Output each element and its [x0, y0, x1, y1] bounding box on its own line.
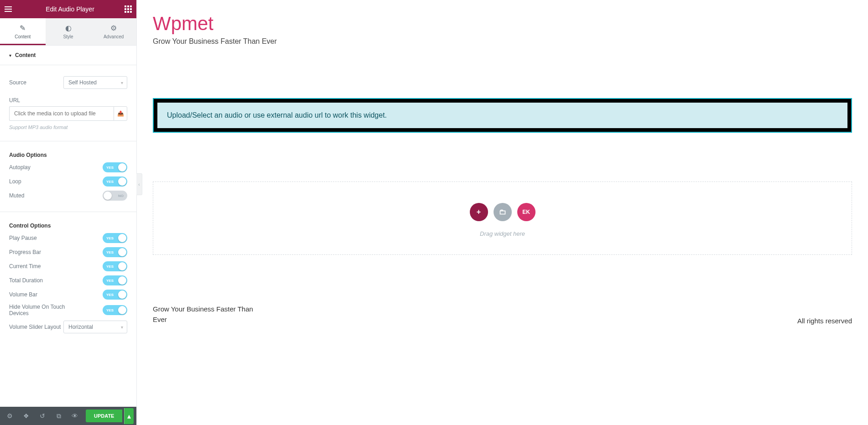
- source-row: Source Self Hosted: [9, 76, 127, 89]
- widgets-grid-icon[interactable]: [125, 5, 132, 13]
- autoplay-switch[interactable]: YES: [103, 162, 127, 172]
- content-controls: Source Self Hosted URL 📤 Support MP3 aud…: [0, 65, 136, 141]
- settings-button[interactable]: ⚙: [3, 407, 17, 425]
- slider-layout-row: Volume Slider Layout Horizontal: [9, 321, 127, 333]
- tab-style[interactable]: ◐ Style: [46, 18, 91, 45]
- caret-down-icon: ▾: [9, 53, 11, 58]
- caret-up-icon: ▴: [127, 412, 131, 420]
- total-duration-label: Total Duration: [9, 277, 43, 284]
- update-options-button[interactable]: ▴: [124, 408, 134, 424]
- responsive-button[interactable]: ⧉: [52, 407, 66, 425]
- url-input[interactable]: [9, 106, 114, 121]
- tab-label: Content: [15, 34, 31, 39]
- panel-body: ▾ Content Source Self Hosted URL 📤 Suppo…: [0, 46, 136, 407]
- tab-label: Advanced: [104, 34, 124, 39]
- upload-media-button[interactable]: 📤: [114, 106, 127, 121]
- progress-bar-label: Progress Bar: [9, 249, 41, 255]
- progress-bar-row: Progress Bar YES: [9, 247, 127, 257]
- current-time-switch[interactable]: YES: [103, 261, 127, 271]
- footer-tagline: Grow Your Business Faster Than Ever: [153, 304, 262, 325]
- current-time-label: Current Time: [9, 263, 41, 270]
- tab-label: Style: [63, 34, 73, 39]
- audio-widget-container[interactable]: Upload/Select an audio or use external a…: [153, 98, 852, 133]
- muted-row: Muted NO: [9, 191, 127, 201]
- ek-template-button[interactable]: EK: [517, 203, 535, 221]
- loop-row: Loop YES: [9, 176, 127, 187]
- dropzone-buttons: + 🗀 EK: [153, 203, 852, 221]
- upload-icon: 📤: [117, 110, 124, 117]
- url-input-group: 📤: [9, 106, 127, 121]
- add-section-dropzone[interactable]: + 🗀 EK Drag widget here: [153, 181, 852, 255]
- editor-sidebar: Edit Audio Player ✎ Content ◐ Style ⚙ Ad…: [0, 0, 137, 425]
- current-time-row: Current Time YES: [9, 261, 127, 271]
- site-tagline: Grow Your Business Faster Than Ever: [153, 37, 852, 46]
- update-button[interactable]: UPDATE: [86, 409, 122, 422]
- source-label: Source: [9, 79, 26, 86]
- section-label: Content: [15, 52, 36, 58]
- control-options-controls: Control Options Play Pause YES Progress …: [0, 212, 136, 344]
- source-select[interactable]: Self Hosted: [63, 76, 127, 89]
- url-help: Support MP3 audio format: [9, 124, 127, 130]
- drag-hint: Drag widget here: [153, 230, 852, 237]
- canvas-footer: Grow Your Business Faster Than Ever All …: [153, 304, 852, 325]
- audio-options-controls: Audio Options Autoplay YES Loop YES Mute…: [0, 141, 136, 212]
- hide-volume-row: Hide Volume On Touch Devices YES: [9, 304, 127, 316]
- tab-content[interactable]: ✎ Content: [0, 18, 46, 45]
- sidebar-header: Edit Audio Player: [0, 0, 136, 18]
- add-section-button[interactable]: +: [470, 203, 488, 221]
- muted-switch[interactable]: NO: [103, 191, 127, 201]
- eye-icon: 👁: [72, 412, 78, 420]
- play-pause-label: Play Pause: [9, 235, 37, 241]
- total-duration-row: Total Duration YES: [9, 275, 127, 285]
- loop-label: Loop: [9, 178, 21, 185]
- section-toggle-content[interactable]: ▾ Content: [0, 46, 136, 65]
- ek-icon: EK: [522, 209, 530, 215]
- plus-icon: +: [477, 208, 481, 216]
- sidebar-title: Edit Audio Player: [46, 5, 94, 13]
- navigator-button[interactable]: ❖: [19, 407, 34, 425]
- volume-bar-label: Volume Bar: [9, 291, 37, 298]
- footer-rights: All rights reserved: [797, 317, 852, 325]
- autoplay-label: Autoplay: [9, 164, 31, 171]
- bottom-bar: ⚙ ❖ ↺ ⧉ 👁 UPDATE ▴: [0, 407, 136, 425]
- control-options-heading: Control Options: [9, 223, 127, 229]
- muted-label: Muted: [9, 192, 24, 199]
- layers-icon: ❖: [23, 412, 29, 420]
- hide-volume-switch[interactable]: YES: [103, 305, 127, 315]
- menu-icon[interactable]: [5, 4, 16, 15]
- preview-canvas: Wpmet Grow Your Business Faster Than Eve…: [137, 0, 868, 425]
- widget-info-message: Upload/Select an audio or use external a…: [157, 103, 847, 128]
- autoplay-row: Autoplay YES: [9, 162, 127, 172]
- panel-tabs: ✎ Content ◐ Style ⚙ Advanced: [0, 18, 136, 46]
- url-label: URL: [9, 97, 127, 104]
- tab-advanced[interactable]: ⚙ Advanced: [91, 18, 136, 45]
- slider-layout-label: Volume Slider Layout: [9, 324, 61, 330]
- volume-bar-row: Volume Bar YES: [9, 290, 127, 300]
- gear-icon: ⚙: [7, 412, 13, 420]
- play-pause-switch[interactable]: YES: [103, 233, 127, 243]
- url-row: URL 📤 Support MP3 audio format: [9, 97, 127, 130]
- volume-bar-switch[interactable]: YES: [103, 290, 127, 300]
- folder-icon: 🗀: [499, 208, 506, 216]
- total-duration-switch[interactable]: YES: [103, 275, 127, 285]
- gear-icon: ⚙: [91, 24, 136, 32]
- slider-layout-select[interactable]: Horizontal: [63, 321, 127, 333]
- hide-volume-label: Hide Volume On Touch Devices: [9, 304, 73, 316]
- progress-bar-switch[interactable]: YES: [103, 247, 127, 257]
- devices-icon: ⧉: [57, 412, 61, 420]
- site-title: Wpmet: [153, 13, 852, 35]
- loop-switch[interactable]: YES: [103, 176, 127, 187]
- add-template-button[interactable]: 🗀: [494, 203, 512, 221]
- contrast-icon: ◐: [46, 24, 91, 32]
- play-pause-row: Play Pause YES: [9, 233, 127, 243]
- audio-options-heading: Audio Options: [9, 152, 127, 158]
- preview-button[interactable]: 👁: [68, 407, 82, 425]
- history-button[interactable]: ↺: [35, 407, 50, 425]
- pencil-icon: ✎: [0, 24, 46, 32]
- history-icon: ↺: [40, 412, 45, 420]
